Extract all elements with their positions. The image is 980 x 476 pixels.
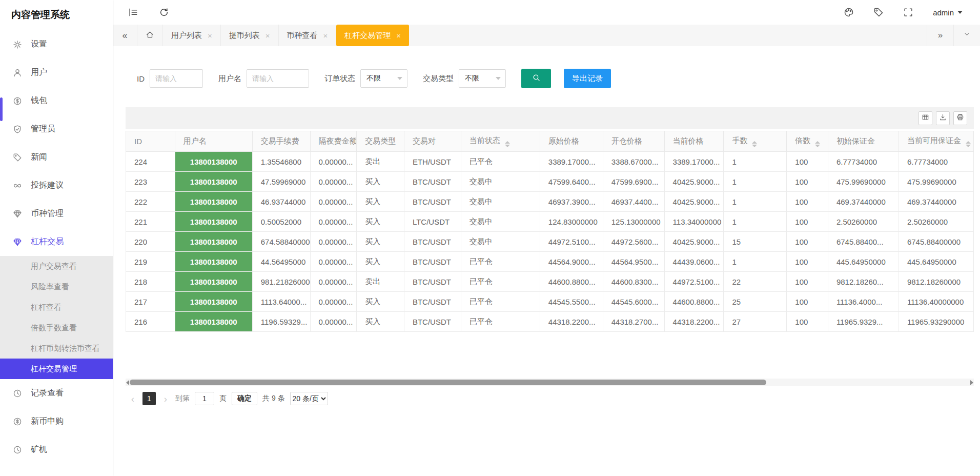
scroll-right-arrow-icon[interactable] xyxy=(970,380,973,385)
sidebar-item[interactable]: 杠杆交易 xyxy=(0,228,113,256)
wallet-icon xyxy=(13,96,22,106)
palette-icon[interactable] xyxy=(844,7,854,17)
next-page-button[interactable]: › xyxy=(161,394,170,404)
download-button[interactable] xyxy=(936,111,950,125)
username-badge[interactable]: 13800138000 xyxy=(175,172,252,192)
sidebar-item[interactable]: 矿机 xyxy=(0,435,113,464)
cell-overnight: 0.00000... xyxy=(310,232,357,252)
sidebar-item[interactable]: 用户 xyxy=(0,58,113,87)
horizontal-scrollbar-thumb[interactable] xyxy=(130,380,766,385)
cell-cur: 44318.2200... xyxy=(664,312,724,332)
sort-icon[interactable] xyxy=(752,141,757,147)
sidebar-item[interactable]: 新币申购 xyxy=(0,407,113,435)
sort-icon[interactable] xyxy=(815,141,820,147)
cell-type: 买入 xyxy=(357,172,404,192)
username-badge[interactable]: 13800138000 xyxy=(175,272,252,292)
username-filter-input[interactable] xyxy=(247,69,309,88)
tabs-scroll-right-button[interactable]: » xyxy=(927,25,953,46)
username-badge[interactable]: 13800138000 xyxy=(175,232,252,252)
scroll-left-arrow-icon[interactable] xyxy=(126,380,129,385)
username-badge[interactable]: 13800138000 xyxy=(175,252,252,272)
sidebar-item[interactable]: 设置 xyxy=(0,30,113,58)
sidebar-item[interactable]: 钱包 xyxy=(0,87,113,115)
close-icon[interactable]: × xyxy=(396,31,401,40)
close-icon[interactable]: × xyxy=(266,31,270,40)
sidebar-scrollbar-thumb[interactable] xyxy=(0,97,3,121)
print-button[interactable] xyxy=(953,111,967,125)
prev-page-button[interactable]: ‹ xyxy=(128,394,137,404)
column-header-label: 原始价格 xyxy=(548,136,579,145)
table-row: 2231380013800047.599690000.00000...买入BTC… xyxy=(126,172,974,192)
jump-confirm-button[interactable]: 确定 xyxy=(232,392,257,405)
cell-cur: 40425.9000... xyxy=(664,232,724,252)
fullscreen-icon[interactable] xyxy=(903,7,913,17)
sort-icon[interactable] xyxy=(966,141,971,147)
sidebar-subitem[interactable]: 风险率查看 xyxy=(0,276,113,297)
cell-orig: 44564.9000... xyxy=(540,252,603,272)
sidebar-subitem[interactable]: 倍数手数查看 xyxy=(0,318,113,338)
cell-pair: BTC/USDT xyxy=(404,232,461,252)
id-filter-input[interactable] xyxy=(150,69,203,88)
cell-init_margin: 475.99690000 xyxy=(828,172,899,192)
tabs-menu-button[interactable] xyxy=(953,25,980,46)
cell-type: 买入 xyxy=(357,192,404,212)
cell-fee: 46.93744000 xyxy=(252,192,310,212)
refresh-icon[interactable] xyxy=(159,7,169,17)
user-menu[interactable]: admin xyxy=(933,8,963,17)
sidebar-subitem[interactable]: 杠杆交易管理 xyxy=(0,359,113,379)
tab-bar: « 用户列表×提币列表×币种查看×杠杆交易管理× » xyxy=(113,25,980,46)
id-filter-label: ID xyxy=(137,74,145,83)
tab[interactable]: 杠杆交易管理× xyxy=(336,25,409,46)
order-status-select[interactable]: 不限 xyxy=(360,69,407,88)
cell-overnight: 0.00000... xyxy=(310,152,357,172)
order-status-label: 订单状态 xyxy=(324,74,355,84)
current-page-button[interactable]: 1 xyxy=(142,392,156,405)
sort-icon[interactable] xyxy=(505,141,510,147)
sidebar-subitem[interactable]: 杠杆查看 xyxy=(0,297,113,318)
home-tab[interactable] xyxy=(137,25,163,46)
sidebar-item[interactable]: 投拆建议 xyxy=(0,171,113,200)
tabs-scroll-left-button[interactable]: « xyxy=(113,25,137,46)
table-header-row: ID用户名交易手续费隔夜费金额交易类型交易对当前状态原始价格开仓价格当前价格手数… xyxy=(126,131,974,152)
cell-orig: 44545.5500... xyxy=(540,292,603,312)
cell-status: 已平仓 xyxy=(461,252,540,272)
cell-init_margin: 2.50260000 xyxy=(828,212,899,232)
column-header-label: 隔夜费金额 xyxy=(319,136,357,145)
sidebar-item-label: 钱包 xyxy=(31,95,47,106)
table-row: 224138001380001.355468000.00000...卖出ETH/… xyxy=(126,152,974,172)
cell-multiple: 100 xyxy=(787,152,828,172)
username-badge[interactable]: 13800138000 xyxy=(175,312,252,332)
column-header: 交易类型 xyxy=(357,131,404,152)
shield-icon xyxy=(13,125,22,134)
trade-type-select[interactable]: 不限 xyxy=(459,69,506,88)
sidebar-item[interactable]: 管理员 xyxy=(0,115,113,143)
columns-button[interactable] xyxy=(918,111,932,125)
cell-avail_margin: 6745.88400000 xyxy=(899,232,973,252)
cell-fee: 1113.64000... xyxy=(252,292,310,312)
tag-icon[interactable] xyxy=(873,7,884,17)
search-button[interactable] xyxy=(521,69,551,88)
tab[interactable]: 币种查看× xyxy=(279,25,337,46)
collapse-icon[interactable] xyxy=(128,7,138,17)
sidebar-subitem[interactable]: 用户交易查看 xyxy=(0,256,113,276)
page-size-select[interactable]: 20 条/页 xyxy=(290,392,328,405)
close-icon[interactable]: × xyxy=(208,31,212,40)
close-icon[interactable]: × xyxy=(323,31,328,40)
username-badge[interactable]: 13800138000 xyxy=(175,192,252,212)
cell-init_margin: 9812.18260... xyxy=(828,272,899,292)
tab[interactable]: 用户列表× xyxy=(163,25,221,46)
username-badge[interactable]: 13800138000 xyxy=(175,152,252,172)
username-badge[interactable]: 13800138000 xyxy=(175,292,252,312)
jump-page-input[interactable] xyxy=(195,392,214,405)
sidebar-item[interactable]: 新闻 xyxy=(0,143,113,171)
export-button[interactable]: 导出记录 xyxy=(564,69,611,88)
horizontal-scrollbar[interactable] xyxy=(126,379,974,386)
sidebar-item[interactable]: 记录查看 xyxy=(0,379,113,407)
tab[interactable]: 提币列表× xyxy=(221,25,279,46)
sidebar-item-label: 杠杆交易 xyxy=(31,236,64,247)
username-badge[interactable]: 13800138000 xyxy=(175,212,252,232)
table-row: 221138001380000.500520000.00000...买入LTC/… xyxy=(126,212,974,232)
sidebar-item[interactable]: 币种管理 xyxy=(0,200,113,228)
cell-lots: 22 xyxy=(724,272,787,292)
sidebar-subitem[interactable]: 杠杆币划转法币查看 xyxy=(0,338,113,359)
